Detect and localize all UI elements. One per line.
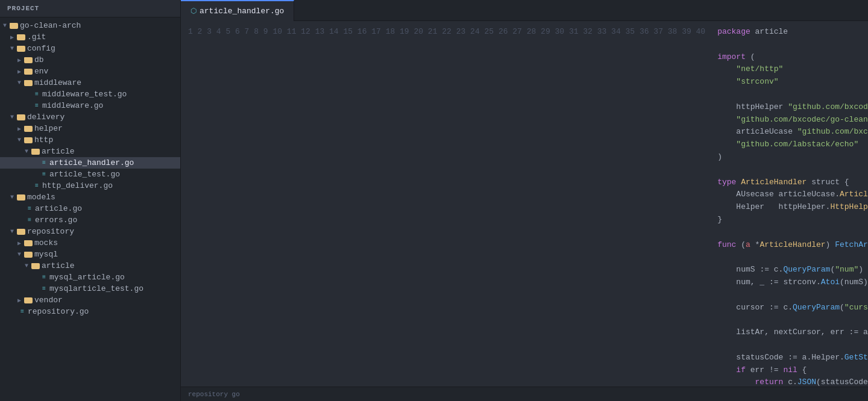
tree-label-db: db: [34, 55, 44, 64]
tree-item-config[interactable]: ▼config: [0, 43, 180, 54]
tree-item-middleware.go[interactable]: ≡middleware.go: [0, 100, 180, 111]
tree-item-middleware[interactable]: ▼middleware: [0, 77, 180, 89]
tree-label-mocks: mocks: [34, 238, 58, 247]
tree-label-article_test.go: article_test.go: [49, 170, 120, 179]
tree-item-middleware_test.go[interactable]: ≡middleware_test.go: [0, 89, 180, 100]
tree-label-repository.go: repository.go: [28, 307, 89, 316]
tree-label-delivery: delivery: [27, 113, 64, 122]
tree-item-article_test.go[interactable]: ≡article_test.go: [0, 169, 180, 180]
tree-icon-http_deliver.go: ≡: [31, 182, 42, 189]
tree-item-http_deliver.go[interactable]: ≡http_deliver.go: [0, 180, 180, 191]
tree-label-root: go-clean-arch: [20, 21, 81, 30]
code-area: 1 2 3 4 5 6 7 8 9 10 11 12 13 14 15 16 1…: [181, 21, 868, 387]
line-numbers: 1 2 3 4 5 6 7 8 9 10 11 12 13 14 15 16 1…: [181, 21, 710, 387]
tree-label-article: article: [42, 147, 75, 156]
tree-item-http[interactable]: ▼http: [0, 134, 180, 146]
tree-item-git[interactable]: ▶.git: [0, 31, 180, 43]
tree-label-http: http: [34, 135, 53, 145]
tree-arrow-article: ▼: [22, 148, 31, 155]
tree-label-env: env: [34, 67, 48, 76]
tree-item-article_handler.go[interactable]: ≡article_handler.go: [0, 157, 180, 169]
tree-label-http_deliver.go: http_deliver.go: [42, 181, 113, 190]
tree-arrow-models: ▼: [7, 194, 17, 200]
tree-arrow-db: ▶: [14, 57, 24, 64]
tree-label-middleware: middleware: [34, 78, 81, 87]
tree-item-models[interactable]: ▼models: [0, 191, 180, 203]
tree-item-mysql_article.go[interactable]: ≡mysql_article.go: [0, 272, 180, 283]
editor-area: ⬡ article_handler.go 1 2 3 4 5 6 7 8 9 1…: [181, 0, 868, 401]
tree-label-middleware_test.go: middleware_test.go: [42, 90, 127, 99]
tree-item-repository.go[interactable]: ≡repository.go: [0, 306, 180, 317]
tabs-bar: ⬡ article_handler.go: [181, 0, 868, 21]
tree-item-errors.go[interactable]: ≡errors.go: [0, 214, 180, 226]
status-label: repository go: [188, 391, 240, 398]
tab-label: article_handler.go: [200, 7, 284, 16]
tree-icon-errors.go: ≡: [24, 217, 35, 223]
tree-icon-article_handler.go: ≡: [39, 160, 49, 166]
tree-item-env[interactable]: ▶env: [0, 66, 180, 77]
tree-item-vendor[interactable]: ▶vendor: [0, 294, 180, 306]
code-content[interactable]: package article import ( "net/http" "str…: [710, 21, 868, 387]
tree-item-article[interactable]: ▼article: [0, 146, 180, 157]
tree-label-helper: helper: [34, 124, 63, 133]
tree-arrow-article2: ▼: [22, 263, 31, 269]
tree-icon-article.go: ≡: [24, 205, 35, 212]
tree-arrow-mysql: ▼: [14, 251, 24, 258]
sidebar: Project ▼go-clean-arch▶.git▼config▶db▶en…: [0, 0, 181, 401]
tree-arrow-http: ▼: [14, 137, 24, 143]
tree-arrow-middleware: ▼: [14, 79, 24, 86]
sidebar-header: Project: [0, 0, 180, 17]
tree-label-errors.go: errors.go: [35, 216, 77, 225]
tree-label-mysql: mysql: [34, 250, 58, 259]
tree-label-git: .git: [27, 33, 46, 42]
tree-label-models: models: [27, 193, 55, 202]
tree-arrow-config: ▼: [7, 45, 17, 52]
tree-label-config: config: [27, 44, 55, 53]
tree-label-vendor: vendor: [34, 296, 63, 305]
tree-item-mysql[interactable]: ▼mysql: [0, 249, 180, 260]
tree-arrow-git: ▶: [7, 34, 17, 41]
tree-item-article2[interactable]: ▼article: [0, 260, 180, 272]
tree-arrow-repository: ▼: [7, 228, 17, 235]
tree-item-root[interactable]: ▼go-clean-arch: [0, 20, 180, 31]
tree-label-mysql_article.go: mysql_article.go: [49, 273, 125, 282]
sidebar-title: Project: [7, 5, 39, 12]
tree-item-db[interactable]: ▶db: [0, 54, 180, 66]
tree-label-article.go: article.go: [35, 204, 82, 213]
tree-arrow-root: ▼: [0, 22, 10, 29]
sidebar-tree[interactable]: ▼go-clean-arch▶.git▼config▶db▶env▼middle…: [0, 17, 180, 401]
tree-icon-article_test.go: ≡: [39, 171, 49, 178]
tree-item-article.go[interactable]: ≡article.go: [0, 203, 180, 214]
tree-icon-mysql_article.go: ≡: [39, 274, 49, 281]
tree-arrow-env: ▶: [14, 68, 24, 75]
status-bar: repository go: [181, 387, 868, 401]
active-tab[interactable]: ⬡ article_handler.go: [181, 0, 294, 21]
tree-item-mysqlarticle_test.go[interactable]: ≡mysqlarticle_test.go: [0, 283, 180, 294]
tree-label-article_handler.go: article_handler.go: [49, 158, 134, 167]
tab-icon: ⬡: [190, 7, 197, 16]
tree-item-helper[interactable]: ▶helper: [0, 123, 180, 134]
tree-arrow-helper: ▶: [14, 125, 24, 132]
tree-item-mocks[interactable]: ▶mocks: [0, 237, 180, 249]
tree-icon-repository.go: ≡: [17, 308, 28, 315]
tree-item-repository[interactable]: ▼repository: [0, 226, 180, 237]
tree-icon-middleware.go: ≡: [31, 102, 42, 109]
tree-label-middleware.go: middleware.go: [42, 101, 103, 110]
tree-arrow-delivery: ▼: [7, 114, 17, 120]
tree-icon-mysqlarticle_test.go: ≡: [39, 285, 49, 292]
tree-arrow-mocks: ▶: [14, 240, 24, 247]
tree-icon-middleware_test.go: ≡: [31, 91, 42, 98]
tree-label-repository: repository: [27, 227, 74, 236]
tree-arrow-vendor: ▶: [14, 297, 24, 304]
tree-item-delivery[interactable]: ▼delivery: [0, 111, 180, 123]
tree-label-article2: article: [42, 261, 75, 270]
tree-label-mysqlarticle_test.go: mysqlarticle_test.go: [49, 284, 143, 293]
